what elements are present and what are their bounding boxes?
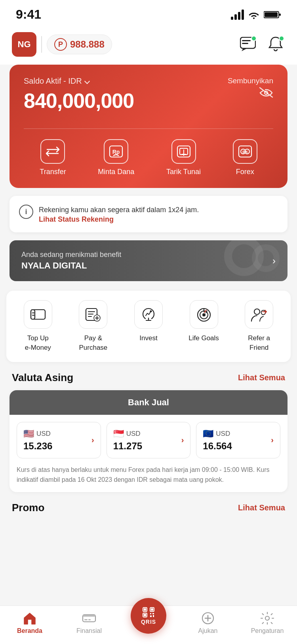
hide-label[interactable]: Sembunyikan [228,77,273,85]
feat-top-up-label: Top Upe-Money [25,334,51,353]
tarik-tunai-icon-wrap [171,139,196,164]
nav-beranda[interactable]: Beranda [0,611,59,634]
notification-badge [279,36,284,41]
battery-icon [264,10,281,19]
qa-minta-dana[interactable]: Rp Minta Dana [98,139,134,176]
header-actions [238,35,285,54]
svg-point-27 [254,309,260,314]
pay-purchase-icon-wrap [79,300,107,329]
svg-rect-43 [153,615,154,617]
hide-icon [259,87,273,98]
svg-rect-1 [265,12,278,17]
balance-dropdown-icon [84,78,90,84]
qa-forex-label: Forex [236,168,254,176]
promo-see-all[interactable]: Lihat Semua [238,503,285,512]
chat-badge [251,36,257,41]
promo-section-header: Promo Lihat Semua [0,502,297,520]
qa-forex[interactable]: $ € Forex [233,139,257,176]
settings-icon [260,611,274,625]
valuta-card-header: Bank Jual [10,390,287,415]
nav-beranda-label: Beranda [17,627,42,634]
minta-dana-icon-wrap: Rp [104,139,128,164]
profile-section[interactable]: NG P 988.888 [12,32,112,57]
nav-ajukan-label: Ajukan [198,627,218,634]
nav-ajukan[interactable]: Ajukan [178,611,238,634]
currency-label-eu: 🇪🇺 USD [203,429,232,439]
forex-icon: $ € [238,145,253,158]
svg-rect-39 [144,614,146,616]
svg-rect-40 [150,613,151,614]
banner-title: NYALA DIGITAL [21,261,121,271]
svg-rect-38 [151,608,153,611]
qa-transfer-label: Transfer [40,168,66,176]
life-goals-icon [196,307,212,322]
nav-pengaturan-label: Pengaturan [251,627,284,634]
chat-button[interactable] [238,35,257,54]
feat-invest[interactable]: Invest [125,300,172,353]
qa-tarik-tunai-label: Tarik Tunai [166,168,201,176]
notice-text: Rekening kamu akan segera aktif dalam 1x… [39,206,199,214]
svg-rect-42 [150,615,152,617]
svg-point-47 [265,616,269,620]
svg-rect-31 [83,615,95,617]
feat-refer[interactable]: Refer aFriend [235,300,283,353]
avatar[interactable]: NG [12,32,36,57]
wifi-icon [248,10,260,19]
minta-dana-icon: Rp [109,145,124,158]
banner-bg-circle2 [252,244,280,272]
svg-text:Rp: Rp [112,149,120,155]
bottom-nav: Beranda Finansial QRIS [0,606,297,644]
notice-link[interactable]: Lihat Status Rekening [39,215,114,223]
signal-icon [231,10,244,20]
home-icon [23,611,37,625]
promo-banner[interactable]: Anda sedang menikmati benefit NYALA DIGI… [10,240,287,281]
qa-tarik-tunai[interactable]: Tarik Tunai [166,139,201,176]
nav-finansial[interactable]: Finansial [59,611,119,634]
valuta-note: Kurs di atas hanya berlaku untuk menu Fo… [17,465,280,485]
svg-text:€: € [246,150,248,154]
status-bar: 9:41 [0,0,297,26]
transfer-icon [46,146,60,157]
currency-usd-sg[interactable]: 🇸🇬 USD 11.275 › [107,422,191,458]
currency-usd-us[interactable]: 🇺🇸 USD 15.236 › [17,422,101,458]
feat-life-goals[interactable]: Life Goals [180,300,228,353]
status-time: 9:41 [16,7,41,22]
invest-icon-wrap [134,300,163,329]
qa-transfer[interactable]: Transfer [40,139,66,176]
nav-scan[interactable]: QRIS [119,612,178,634]
svg-rect-37 [144,608,146,611]
flag-eu: 🇪🇺 [203,429,213,439]
notification-button[interactable] [266,35,285,54]
points-pill[interactable]: P 988.888 [47,34,112,54]
banner-text: Anda sedang menikmati benefit NYALA DIGI… [21,251,121,271]
svg-point-22 [150,310,152,312]
currency-left-sg: 🇸🇬 USD 11.275 [113,429,142,452]
valuta-see-all[interactable]: Lihat Semua [238,373,285,382]
balance-label[interactable]: Saldo Aktif - IDR [24,77,134,86]
feat-top-up[interactable]: Top Upe-Money [14,300,62,353]
currency-label-sg: 🇸🇬 USD [113,429,142,439]
currency-left-eu: 🇪🇺 USD 16.564 [203,429,232,452]
scan-fab[interactable]: QRIS [131,598,166,634]
feat-pay-purchase[interactable]: Pay &Purchase [69,300,117,353]
top-up-icon [30,307,46,322]
qris-icon [142,607,155,618]
feature-grid: Top Upe-Money Pay &Purchase Invest [6,291,291,362]
currency-left-us: 🇺🇸 USD 15.236 [23,429,52,452]
currency-chevron-eu: › [271,435,274,445]
currency-usd-eu[interactable]: 🇪🇺 USD 16.564 › [196,422,280,458]
svg-point-28 [261,310,266,315]
valuta-row: 🇺🇸 USD 15.236 › 🇸🇬 USD 11.275 › [17,422,280,458]
banner-subtitle: Anda sedang menikmati benefit [21,251,121,259]
svg-rect-33 [88,619,91,620]
valuta-card: Bank Jual 🇺🇸 USD 15.236 › 🇸🇬 [10,390,287,492]
header-divider [41,36,42,53]
svg-text:$: $ [242,150,244,154]
nav-pengaturan[interactable]: Pengaturan [238,611,297,634]
invest-icon [141,307,156,322]
status-icons [231,10,281,20]
promo-section: Promo Lihat Semua [0,502,297,560]
flag-us: 🇺🇸 [23,429,34,439]
header: NG P 988.888 [0,26,297,65]
transfer-icon-wrap [40,139,65,164]
